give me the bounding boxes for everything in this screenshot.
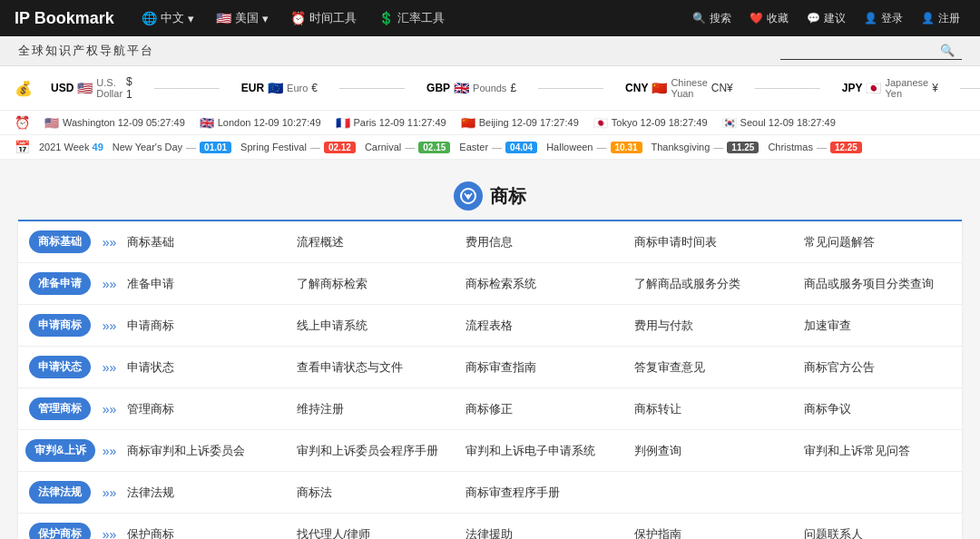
category-link[interactable]: 商标转让 (623, 388, 792, 430)
holiday-christmas[interactable]: Christmas — 12.25 (768, 142, 862, 153)
category-link[interactable]: 商标法 (286, 472, 455, 514)
category-link[interactable]: 商标审判和上诉委员会 (116, 430, 285, 472)
category-link[interactable]: 流程概述 (286, 221, 455, 263)
holiday-name: Easter (459, 142, 488, 152)
category-link[interactable]: 费用信息 (455, 221, 623, 263)
trademark-section-header: 商标 (18, 169, 962, 221)
category-arrow: »» (103, 263, 117, 305)
category-link[interactable]: 商标基础 (116, 221, 285, 263)
currency-separator: —————— (339, 82, 405, 94)
category-arrow: »» (103, 388, 117, 430)
nav-language[interactable]: 🌐 中文 ▾ (136, 10, 200, 26)
holiday-bar: 📅 2021 Week 49 New Year's Day — 01.01 Sp… (0, 135, 980, 160)
category-link[interactable]: 商标修正 (455, 388, 623, 430)
flag-eu-icon: 🇪🇺 (268, 81, 283, 95)
category-link[interactable]: 审判和上诉委员会程序手册 (286, 430, 455, 472)
flag-us-icon: 🇺🇸 (216, 11, 231, 25)
search-input[interactable] (788, 44, 940, 57)
category-link[interactable]: 找代理人/律师 (286, 514, 455, 540)
category-label[interactable]: 申请商标 (29, 314, 91, 337)
category-link[interactable]: 维持注册 (286, 388, 455, 430)
table-row: 商标基础»»商标基础流程概述费用信息商标申请时间表常见问题解答 (18, 221, 962, 263)
flag-cn-icon: 🇨🇳 (461, 116, 475, 130)
category-label[interactable]: 商标基础 (29, 230, 91, 253)
category-label[interactable]: 法律法规 (29, 481, 91, 504)
category-link[interactable]: 商标审查程序手册 (455, 472, 623, 514)
category-label[interactable]: 申请状态 (29, 356, 91, 378)
nav-feedback[interactable]: 💬 建议 (801, 11, 851, 26)
category-label[interactable]: 准备申请 (29, 272, 91, 295)
category-arrow: »» (103, 430, 117, 472)
category-label[interactable]: 审判&上诉 (25, 439, 95, 462)
nav-time-tool[interactable]: ⏰ 时间工具 (285, 10, 362, 26)
nav-favorites[interactable]: ❤️ 收藏 (744, 11, 794, 26)
nav-region[interactable]: 🇺🇸 美国 ▾ (211, 10, 274, 26)
category-link[interactable]: 审判和上诉常见问答 (793, 430, 962, 472)
category-link[interactable]: 准备申请 (116, 263, 285, 305)
currency-jpy[interactable]: JPY 🇯🇵 Japanese Yen ¥ (842, 77, 938, 99)
category-link[interactable]: 加速审查 (793, 305, 962, 347)
category-link[interactable]: 答复审查意见 (623, 347, 792, 388)
category-link[interactable]: 法律援助 (455, 514, 623, 540)
holiday-spring-festival[interactable]: Spring Festival — 02.12 (240, 142, 356, 153)
category-link[interactable]: 商标审查指南 (455, 347, 623, 388)
table-row: 法律法规»»法律法规商标法商标审查程序手册 (18, 472, 962, 514)
category-link[interactable]: 申请商标 (116, 305, 285, 347)
category-link[interactable]: 保护商标 (116, 514, 285, 540)
holiday-name: Thanksgiving (652, 142, 710, 152)
holiday-carnival[interactable]: Carnival — 02.15 (365, 142, 450, 153)
time-london: 🇬🇧 London 12-09 10:27:49 (200, 116, 321, 130)
table-row: 审判&上诉»»商标审判和上诉委员会审判和上诉委员会程序手册审判和上诉电子申请系统… (18, 430, 962, 472)
svg-point-1 (466, 194, 470, 198)
currency-gbp[interactable]: GBP 🇬🇧 Pounds £ (426, 81, 516, 95)
currency-usd[interactable]: USD 🇺🇸 U.S. Dollar $ 1 (51, 75, 132, 101)
flag-us-icon: 🇺🇸 (77, 81, 93, 95)
user-icon: 👤 (864, 12, 877, 24)
category-link[interactable]: 常见问题解答 (793, 221, 962, 263)
category-link[interactable]: 审判和上诉电子申请系统 (455, 430, 623, 472)
category-link[interactable]: 查看申请状态与文件 (286, 347, 455, 388)
flag-gb-icon: 🇬🇧 (454, 81, 469, 95)
category-link[interactable]: 保护指南 (623, 514, 792, 540)
category-link[interactable]: 法律法规 (116, 472, 285, 514)
category-link[interactable]: 流程表格 (455, 305, 623, 347)
holiday-dash: — (597, 142, 607, 152)
holiday-date: 11.25 (727, 142, 759, 153)
holiday-name: Halloween (546, 142, 593, 152)
category-link[interactable]: 管理商标 (116, 388, 285, 430)
nav-register[interactable]: 👤 注册 (916, 11, 965, 26)
currency-cny[interactable]: CNY 🇨🇳 Chinese Yuan CN¥ (625, 77, 733, 99)
category-link[interactable]: 了解商标检索 (286, 263, 455, 305)
holiday-halloween[interactable]: Halloween — 10.31 (546, 142, 642, 153)
category-link[interactable]: 商标争议 (793, 388, 962, 430)
holiday-easter[interactable]: Easter — 04.04 (459, 142, 537, 153)
nav-currency-tool[interactable]: 💲 汇率工具 (373, 10, 450, 26)
category-label[interactable]: 管理商标 (29, 397, 91, 420)
nav-search[interactable]: 🔍 搜索 (687, 11, 737, 26)
search-icon[interactable]: 🔍 (940, 44, 955, 57)
nav-login[interactable]: 👤 登录 (858, 11, 908, 26)
category-link[interactable]: 问题联系人 (793, 514, 962, 540)
currency-separator: —————— (960, 82, 980, 94)
holiday-name: Christmas (768, 142, 813, 152)
category-link[interactable]: 商品或服务项目分类查询 (793, 263, 962, 305)
currency-name: U.S. Dollar (96, 77, 122, 99)
alarm-icon: ⏰ (15, 115, 30, 130)
currency-bar: 💰 USD 🇺🇸 U.S. Dollar $ 1 —————— EUR 🇪🇺 E… (0, 66, 980, 111)
flag-cn-icon: 🇨🇳 (652, 81, 667, 95)
category-link[interactable]: 判例查询 (623, 430, 792, 472)
holiday-newyear[interactable]: New Year's Day — 01.01 (113, 142, 231, 153)
search-icon: 🔍 (692, 12, 706, 24)
category-label[interactable]: 保护商标 (29, 523, 91, 539)
category-link[interactable]: 申请状态 (116, 347, 285, 388)
search-bar[interactable]: 🔍 (780, 42, 962, 60)
currency-eur[interactable]: EUR 🇪🇺 Euro € (241, 81, 318, 95)
category-link[interactable]: 商标官方公告 (793, 347, 962, 388)
category-link[interactable]: 线上申请系统 (286, 305, 455, 347)
holiday-thanksgiving[interactable]: Thanksgiving — 11.25 (652, 142, 760, 153)
category-link[interactable]: 商标检索系统 (455, 263, 623, 305)
category-link[interactable]: 了解商品或服务分类 (623, 263, 792, 305)
category-link[interactable]: 费用与付款 (623, 305, 792, 347)
comment-icon: 💬 (807, 12, 820, 24)
category-link[interactable]: 商标申请时间表 (623, 221, 792, 263)
